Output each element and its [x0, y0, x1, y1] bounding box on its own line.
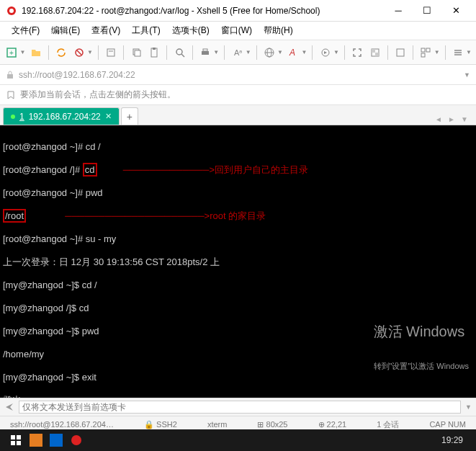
term-line: [root@zhangod ~]# su - my [3, 233, 473, 245]
menu-edit[interactable]: 编辑(E) [45, 22, 86, 39]
term-line: 登出 [3, 395, 473, 398]
svg-rect-26 [421, 48, 425, 52]
task-app-icon[interactable] [46, 432, 66, 448]
svg-rect-24 [375, 53, 379, 56]
svg-text:A: A [289, 48, 295, 58]
hint-text: 要添加当前会话，点击左侧的箭头按钮。 [20, 89, 176, 101]
svg-rect-23 [372, 49, 375, 53]
status-term: xterm [202, 420, 233, 429]
svg-text:+: + [9, 49, 14, 57]
tab-index: 1 [19, 112, 24, 122]
font-icon[interactable]: Aᵃ [230, 44, 245, 61]
menu-window[interactable]: 窗口(W) [215, 22, 258, 39]
globe-icon[interactable] [261, 44, 277, 61]
tab-label: 192.168.67.204:22 [29, 112, 101, 122]
paste-icon[interactable] [147, 44, 162, 61]
terminal[interactable]: [root@zhangod ~]# cd / [root@zhangod /]#… [0, 125, 476, 398]
properties-icon[interactable] [104, 44, 119, 61]
menubar: 文件(F) 编辑(E) 查看(V) 工具(T) 选项卡(B) 窗口(W) 帮助(… [0, 22, 476, 40]
close-button[interactable]: ✕ [441, 1, 470, 20]
dropdown-icon[interactable]: ▼ [434, 49, 440, 55]
svg-rect-38 [50, 434, 63, 447]
svg-rect-32 [7, 74, 13, 79]
menu-view[interactable]: 查看(V) [86, 22, 126, 39]
status-pos: ⊕ 22,21 [313, 420, 353, 429]
new-session-icon[interactable]: + [4, 44, 19, 61]
term-line: [my@zhangod ~]$ cd / [3, 280, 473, 291]
taskbar: 19:29 [0, 429, 476, 451]
dropdown-icon[interactable]: ▼ [302, 49, 307, 55]
transparent-icon[interactable] [367, 44, 382, 61]
svg-point-12 [176, 49, 182, 55]
watermark: 激活 Windows 转到"设置"以激活 Windows [374, 303, 470, 395]
lock-icon [6, 71, 14, 79]
script-icon[interactable] [318, 44, 333, 61]
fullscreen-icon[interactable] [350, 44, 365, 61]
svg-rect-35 [11, 441, 15, 445]
svg-point-39 [71, 435, 81, 445]
address-bar: ssh://root@192.168.67.204:22 ▼ [0, 65, 476, 85]
watermark-title: 激活 Windows [374, 326, 470, 337]
status-dot-icon [11, 115, 15, 119]
minimize-button[interactable]: ─ [384, 1, 413, 20]
dropdown-icon[interactable]: ▼ [333, 49, 339, 55]
address-url[interactable]: ssh://root@192.168.67.204:22 [19, 70, 459, 80]
tab-close-icon[interactable]: ✕ [105, 112, 112, 121]
print-icon[interactable] [198, 44, 213, 61]
dropdown-icon[interactable]: ▼ [277, 49, 283, 55]
session-tab[interactable]: 1 192.168.67.204:22 ✕ [3, 107, 120, 125]
svg-rect-28 [421, 53, 425, 57]
taskbar-clock[interactable]: 19:29 [441, 435, 470, 445]
status-size: ⊞ 80x25 [251, 420, 293, 429]
start-icon[interactable] [6, 432, 26, 448]
menu-tabs[interactable]: 选项卡(B) [166, 22, 215, 39]
dropdown-icon[interactable]: ▼ [213, 49, 219, 55]
dropdown-icon[interactable]: ▼ [20, 49, 26, 55]
bookmark-icon[interactable] [6, 90, 16, 100]
task-app-icon[interactable] [26, 432, 46, 448]
menu-tools[interactable]: 工具(T) [126, 22, 166, 39]
tab-prev-icon[interactable]: ◄ [433, 113, 444, 125]
titlebar: 192.168.67.204:22 - root@zhangod:/var/lo… [0, 0, 476, 22]
list-icon[interactable] [451, 44, 466, 61]
search-icon[interactable] [172, 44, 187, 61]
svg-rect-15 [203, 49, 207, 51]
status-proto: 🔒 SSH2 [138, 420, 183, 429]
term-line: [root@zhangod ~]# cd / [3, 141, 473, 153]
dropdown-icon[interactable]: ▼ [246, 49, 251, 55]
copy-icon[interactable] [129, 44, 144, 61]
compose-icon[interactable] [393, 44, 408, 61]
hint-bar: 要添加当前会话，点击左侧的箭头按钮。 [0, 85, 476, 105]
send-icon[interactable] [4, 402, 14, 412]
svg-point-1 [9, 9, 14, 13]
dropdown-icon[interactable]: ▼ [466, 49, 472, 55]
svg-rect-9 [135, 50, 140, 56]
svg-rect-33 [11, 435, 15, 439]
maximize-button[interactable]: ☐ [413, 1, 441, 20]
add-tab-button[interactable]: + [121, 107, 138, 125]
tile-icon[interactable] [418, 44, 434, 61]
watermark-subtitle: 转到"设置"以激活 Windows [374, 360, 470, 372]
dropdown-icon[interactable]: ▼ [464, 71, 470, 79]
svg-rect-11 [153, 48, 156, 50]
term-line: 上一次登录：日 12月 30 19:13:56 CST 2018pts/2 上 [3, 256, 473, 268]
svg-rect-27 [426, 48, 430, 52]
task-app-icon[interactable] [66, 432, 86, 448]
dropdown-icon[interactable]: ▼ [87, 49, 93, 55]
svg-rect-37 [30, 434, 42, 447]
color-icon[interactable]: A [286, 44, 301, 61]
menu-help[interactable]: 帮助(H) [258, 22, 299, 39]
tab-list-icon[interactable]: ▼ [459, 113, 470, 125]
status-url: ssh://root@192.168.67.204:22 [4, 420, 120, 429]
send-input[interactable] [19, 401, 461, 414]
status-caps: CAP NUM [423, 420, 472, 429]
send-bar: ▼ [0, 398, 476, 416]
status-sessions: 1 会话 [371, 419, 405, 430]
tab-next-icon[interactable]: ► [446, 113, 457, 125]
send-dropdown-icon[interactable]: ▼ [465, 403, 472, 411]
reconnect-icon[interactable] [54, 44, 69, 61]
window-title: 192.168.67.204:22 - root@zhangod:/var/lo… [22, 6, 384, 16]
open-session-icon[interactable] [29, 44, 44, 61]
disconnect-icon[interactable] [72, 44, 87, 61]
menu-file[interactable]: 文件(F) [6, 22, 45, 39]
